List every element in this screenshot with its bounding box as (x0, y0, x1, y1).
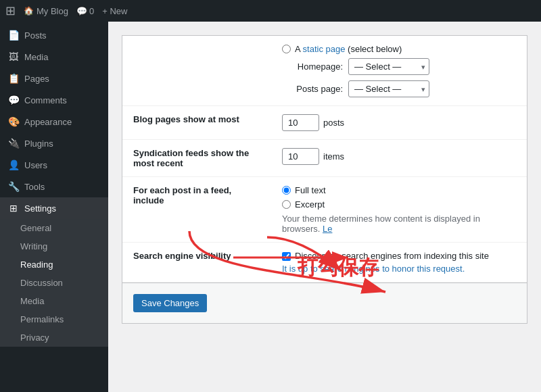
homepage-label: Homepage: (282, 62, 343, 72)
save-button-row: Save Changes (122, 283, 527, 323)
comments-badge: 0 (89, 6, 94, 16)
feed-fulltext-option: Full text (282, 185, 516, 195)
homepage-select-wrapper: — Select — (348, 58, 429, 75)
sidebar: 📄 Posts 🖼 Media 📋 Pages 💬 Comments 🎨 App… (0, 22, 108, 392)
sidebar-item-settings[interactable]: ⊞ Settings (0, 197, 108, 219)
syndication-input[interactable] (282, 148, 319, 165)
sidebar-item-label: Pages (24, 74, 49, 84)
homepage-select-row: Homepage: — Select — (282, 58, 516, 75)
feed-excerpt-radio[interactable] (282, 200, 291, 209)
submenu-item-discussion[interactable]: Discussion (0, 274, 108, 292)
wp-layout: 📄 Posts 🖼 Media 📋 Pages 💬 Comments 🎨 App… (0, 22, 541, 392)
posts-icon: 📄 (8, 30, 19, 41)
settings-icon: ⊞ (8, 203, 19, 214)
main-content: A static page (select below) Homepage: (108, 22, 541, 392)
feed-fulltext-radio[interactable] (282, 186, 291, 195)
blog-pages-input-group: posts (282, 114, 516, 131)
static-page-option: A static page (select below) (282, 44, 516, 54)
syndication-label: Syndication feeds show the most recent (122, 140, 271, 177)
wp-logo-icon[interactable]: ⊞ (5, 3, 16, 18)
theme-notice: Your theme determines how content is dis… (282, 214, 516, 234)
sidebar-item-label: Comments (24, 95, 67, 105)
sidebar-item-label: Settings (24, 203, 56, 214)
static-page-options-cell: A static page (select below) Homepage: (271, 36, 527, 106)
sidebar-item-label: Users (24, 160, 47, 170)
feed-include-label: For each post in a feed, include (122, 177, 271, 243)
syndication-unit: items (323, 151, 344, 162)
static-page-radio-label: A static page (select below) (295, 44, 402, 54)
admin-bar: ⊞ 🏠 My Blog 💬 0 + New (0, 0, 541, 22)
submenu-label: Permalinks (20, 314, 64, 324)
sidebar-item-comments[interactable]: 💬 Comments (0, 89, 108, 111)
submenu-item-general[interactable]: General (0, 219, 108, 237)
submenu-item-permalinks[interactable]: Permalinks (0, 310, 108, 328)
search-engine-row: Search engine visibility Discourage sear… (122, 243, 527, 283)
submenu-item-media[interactable]: Media (0, 292, 108, 310)
sidebar-item-users[interactable]: 👤 Users (0, 154, 108, 176)
homepage-select[interactable]: — Select — (348, 58, 429, 75)
blog-pages-unit: posts (323, 118, 344, 128)
sidebar-item-label: Appearance (24, 117, 72, 127)
submenu-label: Writing (20, 241, 47, 251)
sidebar-item-label: Media (24, 52, 48, 62)
static-page-radio[interactable] (282, 45, 291, 53)
search-engine-checkbox-label: Discourage search engines from indexing … (295, 251, 489, 261)
syndication-value-cell: items (271, 140, 527, 177)
form-table: A static page (select below) Homepage: (122, 36, 527, 283)
sidebar-item-appearance[interactable]: 🎨 Appearance (0, 111, 108, 132)
submenu-item-writing[interactable]: Writing (0, 237, 108, 255)
submenu-item-reading[interactable]: Reading (0, 255, 108, 274)
page-select-group: Homepage: — Select — Posts pag (282, 58, 516, 97)
postspage-select[interactable]: — Select — (348, 80, 429, 97)
plugins-icon: 🔌 (8, 138, 19, 149)
theme-notice-text: Your theme determines how content is dis… (282, 214, 480, 234)
settings-section: A static page (select below) Homepage: (122, 35, 527, 324)
sidebar-item-label: Tools (24, 182, 45, 192)
site-name-link[interactable]: 🏠 My Blog (24, 6, 68, 16)
sidebar-item-label: Plugins (24, 139, 53, 149)
static-page-note: (select below) (348, 44, 402, 54)
static-page-label-cell (122, 36, 271, 106)
submenu-label: General (20, 223, 51, 233)
syndication-row: Syndication feeds show the most recent i… (122, 140, 527, 177)
site-name[interactable]: My Blog (37, 6, 68, 16)
feed-include-row: For each post in a feed, include Full te… (122, 177, 527, 243)
search-engine-label: Search engine visibility (122, 243, 271, 283)
search-engine-checkbox[interactable] (282, 252, 291, 261)
users-icon: 👤 (8, 160, 19, 170)
sidebar-item-pages[interactable]: 📋 Pages (0, 68, 108, 89)
sidebar-item-posts[interactable]: 📄 Posts (0, 24, 108, 46)
appearance-icon: 🎨 (8, 116, 19, 127)
submenu-label: Discussion (20, 278, 63, 288)
blog-pages-input[interactable] (282, 114, 319, 131)
feed-radio-group: Full text Excerpt (282, 185, 516, 210)
static-page-row: A static page (select below) Homepage: (122, 36, 527, 106)
submenu-label: Reading (20, 260, 53, 270)
save-changes-button[interactable]: Save Changes (133, 294, 207, 312)
sidebar-item-plugins[interactable]: 🔌 Plugins (0, 132, 108, 154)
blog-pages-row: Blog pages show at most posts (122, 106, 527, 140)
static-page-link-text: static page (303, 44, 346, 54)
comments-link[interactable]: 💬 0 (76, 6, 94, 16)
sidebar-item-media[interactable]: 🖼 Media (0, 46, 108, 68)
syndication-input-group: items (282, 148, 516, 165)
feed-excerpt-option: Excerpt (282, 199, 516, 210)
theme-notice-link[interactable]: Le (323, 224, 332, 234)
new-label: + New (102, 6, 127, 16)
search-engine-options-cell: Discourage search engines from indexing … (271, 243, 527, 283)
postspage-select-wrapper: — Select — (348, 80, 429, 97)
new-content-link[interactable]: + New (102, 6, 127, 16)
submenu-item-privacy[interactable]: Privacy (0, 328, 108, 347)
submenu-label: Media (20, 296, 44, 306)
tools-icon: 🔧 (8, 181, 19, 192)
submenu-label: Privacy (20, 333, 49, 343)
static-page-link[interactable]: static page (303, 44, 346, 54)
feed-excerpt-label: Excerpt (295, 199, 325, 210)
blog-pages-label: Blog pages show at most (122, 106, 271, 140)
pages-icon: 📋 (8, 73, 19, 84)
feed-fulltext-label: Full text (295, 185, 326, 195)
postspage-select-row: Posts page: — Select — (282, 80, 516, 97)
sidebar-item-tools[interactable]: 🔧 Tools (0, 176, 108, 197)
sidebar-menu: 📄 Posts 🖼 Media 📋 Pages 💬 Comments 🎨 App… (0, 22, 108, 347)
postspage-label: Posts page: (282, 84, 343, 94)
